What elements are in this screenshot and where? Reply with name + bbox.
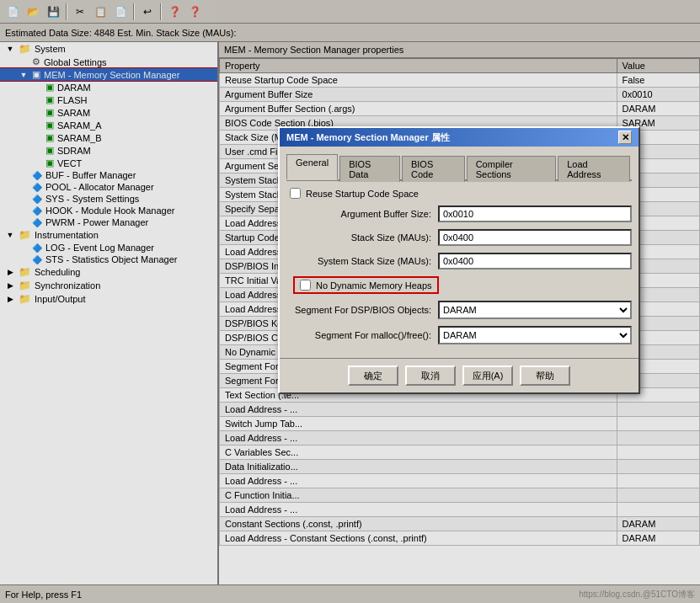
stack-size-row: Stack Size (MAUs):: [286, 229, 632, 246]
arg-buffer-input[interactable]: [438, 205, 632, 222]
no-dynamic-memory-label: No Dynamic Memory Heaps: [316, 280, 432, 291]
reuse-startup-label: Reuse Startup Code Space: [306, 189, 419, 199]
segment-dsp-row: Segment For DSP/BIOS Objects: DARAM SARA…: [286, 301, 632, 319]
segment-malloc-label: Segment For malloc()/free():: [286, 330, 438, 340]
tab-compiler-sections[interactable]: Compiler Sections: [467, 156, 557, 182]
reuse-checkbox-row: Reuse Startup Code Space: [286, 188, 632, 199]
dialog-title: MEM - Memory Section Manager 属性: [286, 131, 450, 144]
tab-content-general: Reuse Startup Code Space Argument Buffer…: [286, 188, 632, 344]
nodyn-checkbox-row: No Dynamic Memory Heaps: [290, 276, 632, 294]
nodyn-highlight-box: No Dynamic Memory Heaps: [293, 276, 439, 294]
segment-dsp-label: Segment For DSP/BIOS Objects:: [286, 305, 438, 315]
dialog-titlebar: MEM - Memory Section Manager 属性 ✕: [280, 128, 639, 147]
segment-malloc-row: Segment For malloc()/free(): DARAM SARAM…: [286, 326, 632, 344]
help-button[interactable]: 帮助: [520, 366, 570, 386]
tab-bios-data[interactable]: BIOS Data: [339, 156, 400, 182]
stack-size-label: Stack Size (MAUs):: [286, 232, 438, 243]
segment-malloc-select[interactable]: DARAM SARAM FLASH: [438, 326, 632, 344]
segment-dsp-select[interactable]: DARAM SARAM FLASH: [438, 301, 632, 319]
dialog-buttons: 确定 取消 应用(A) 帮助: [280, 358, 639, 392]
no-dynamic-memory-checkbox[interactable]: [300, 280, 311, 291]
apply-button[interactable]: 应用(A): [462, 366, 513, 386]
tab-load-address[interactable]: Load Address: [558, 156, 630, 182]
ok-button[interactable]: 确定: [348, 366, 398, 386]
arg-buffer-label: Argument Buffer Size:: [286, 209, 438, 219]
reuse-startup-checkbox[interactable]: [290, 188, 301, 199]
dialog-close-button[interactable]: ✕: [618, 131, 632, 144]
dialog-overlay: MEM - Memory Section Manager 属性 ✕ Genera…: [0, 0, 700, 603]
stack-size-input[interactable]: [438, 229, 632, 246]
dialog-body: General BIOS Data BIOS Code Compiler Sec…: [280, 147, 639, 358]
cancel-button[interactable]: 取消: [405, 366, 456, 386]
tab-bios-code[interactable]: BIOS Code: [402, 156, 465, 182]
sys-stack-size-label: System Stack Size (MAUs):: [286, 256, 438, 266]
tab-general[interactable]: General: [286, 154, 338, 180]
arg-buffer-row: Argument Buffer Size:: [286, 205, 632, 222]
dialog-tabs: General BIOS Data BIOS Code Compiler Sec…: [286, 153, 632, 181]
sys-stack-size-row: System Stack Size (MAUs):: [286, 253, 632, 269]
dialog: MEM - Memory Section Manager 属性 ✕ Genera…: [278, 126, 640, 394]
sys-stack-size-input[interactable]: [438, 253, 632, 269]
